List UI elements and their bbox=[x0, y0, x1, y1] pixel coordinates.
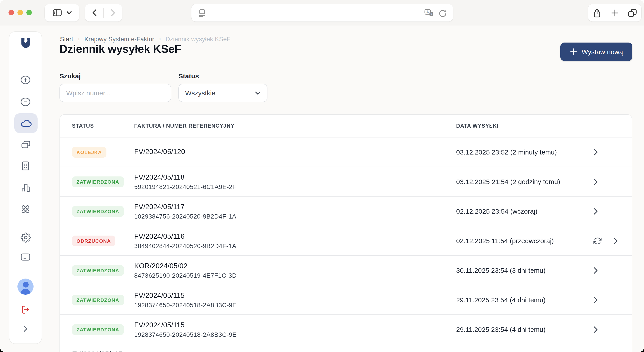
status-select-value: Wszystkie bbox=[185, 89, 215, 97]
translate-button[interactable]: A x bbox=[424, 8, 434, 17]
new-invoice-button[interactable]: Wystaw nową bbox=[560, 43, 632, 61]
tab-overview-button[interactable] bbox=[624, 4, 641, 22]
sidebar-toggle-button[interactable] bbox=[52, 4, 62, 22]
user-avatar[interactable] bbox=[10, 279, 42, 295]
chevron-down-icon bbox=[66, 11, 72, 15]
row-chevron-icon[interactable] bbox=[594, 267, 598, 274]
new-invoice-label: Wystaw nową bbox=[582, 48, 623, 56]
sidebar-item-tools[interactable] bbox=[10, 204, 42, 215]
share-button[interactable] bbox=[588, 4, 606, 22]
search-input[interactable] bbox=[60, 84, 171, 102]
row-chevron-icon[interactable] bbox=[594, 148, 598, 156]
avatar bbox=[18, 279, 34, 295]
logout-icon bbox=[21, 305, 30, 314]
cloud-icon bbox=[20, 118, 32, 128]
send-date: 03.12.2025 23:52 (2 minuty temu) bbox=[456, 148, 594, 156]
table-row[interactable]: ZATWIERDZONA FV/2024/05/117 1029384756-2… bbox=[60, 196, 632, 226]
table-row[interactable]: FV/2024/05/115 bbox=[60, 344, 632, 352]
send-date: 03.12.2025 21:54 (2 godziny temu) bbox=[456, 178, 594, 186]
plus-icon bbox=[570, 48, 577, 56]
reload-button[interactable] bbox=[438, 8, 447, 17]
app-content: Start › Krajowy System e-Faktur › Dzienn… bbox=[0, 26, 644, 352]
row-actions bbox=[594, 148, 632, 156]
back-button[interactable] bbox=[85, 4, 103, 22]
sidebar-item-remove[interactable] bbox=[10, 97, 42, 107]
retry-icon[interactable] bbox=[594, 237, 602, 245]
logo-icon bbox=[20, 37, 32, 49]
sidebar-item-settings[interactable] bbox=[10, 232, 42, 243]
invoice-cell: FV/2024/05/115 bbox=[72, 344, 134, 352]
tab-overview-icon bbox=[628, 8, 637, 18]
reference-number: 1928374650-20240518-2A8B3C-9E bbox=[134, 331, 456, 338]
invoice-cell: FV/2024/05/118 5920194821-20240521-6C1A9… bbox=[134, 173, 456, 191]
table-row[interactable]: ZATWIERDZONA KOR/2024/05/02 8473625190-2… bbox=[60, 255, 632, 285]
send-date: 02.12.2025 11:54 (przedwczoraj) bbox=[456, 237, 594, 245]
minimize-window-button[interactable] bbox=[18, 10, 23, 15]
share-icon bbox=[592, 8, 602, 18]
forward-icon bbox=[110, 9, 116, 17]
table-row[interactable]: KOLEJKA FV/2024/05/120 03.12.2025 23:52 … bbox=[60, 137, 632, 166]
col-status: STATUS bbox=[72, 123, 134, 129]
sidebar-item-billing[interactable] bbox=[10, 253, 42, 262]
send-date: 29.11.2025 23:54 (4 dni temu) bbox=[456, 296, 594, 304]
breadcrumb-start[interactable]: Start bbox=[60, 35, 73, 42]
row-actions bbox=[594, 296, 632, 303]
sidebar-item-add[interactable] bbox=[10, 75, 42, 85]
sidebar-item-documents[interactable] bbox=[10, 140, 42, 149]
new-tab-button[interactable] bbox=[606, 4, 624, 22]
send-date: 29.11.2025 23:54 (4 dni temu) bbox=[456, 325, 594, 333]
reference-number: 8473625190-20240519-4E7F1C-3D bbox=[134, 272, 456, 279]
send-date: 30.11.2025 23:54 (3 dni temu) bbox=[456, 266, 594, 274]
row-chevron-icon[interactable] bbox=[594, 326, 598, 333]
logout-button[interactable] bbox=[10, 305, 42, 314]
row-actions bbox=[594, 178, 632, 185]
traffic-lights bbox=[8, 10, 32, 15]
invoice-cell: FV/2024/05/116 3849402844-20240520-9B2D4… bbox=[134, 232, 456, 250]
sidebar-item-ksef[interactable] bbox=[14, 113, 38, 133]
table-row[interactable]: ZATWIERDZONA FV/2024/05/118 5920194821-2… bbox=[60, 166, 632, 196]
sidebar-menu-button[interactable] bbox=[66, 4, 72, 22]
invoice-cell: FV/2024/05/117 1029384756-20240520-9B2D4… bbox=[134, 202, 456, 220]
sidebar-item-company[interactable] bbox=[10, 161, 42, 171]
building-icon bbox=[20, 161, 30, 171]
row-chevron-icon[interactable] bbox=[614, 237, 618, 244]
table-row[interactable]: ODRZUCONA FV/2024/05/116 3849402844-2024… bbox=[60, 226, 632, 255]
card-icon bbox=[20, 253, 31, 262]
sidebar-item-reports[interactable] bbox=[10, 183, 42, 193]
table-header: STATUS FAKTURA / NUMER REFERENCYJNY DATA… bbox=[60, 115, 632, 137]
sidebar-expand-button[interactable] bbox=[10, 325, 42, 332]
invoice-number: FV/2024/05/116 bbox=[134, 232, 456, 241]
reload-icon bbox=[438, 8, 447, 17]
browser-window: A x bbox=[0, 0, 644, 352]
close-window-button[interactable] bbox=[8, 10, 14, 15]
tools-icon bbox=[20, 204, 31, 215]
app-logo[interactable] bbox=[10, 37, 42, 49]
invoice-cell: FV/2024/05/115 1928374650-20240518-2A8B3… bbox=[134, 291, 456, 309]
minus-circle-icon bbox=[20, 97, 31, 107]
browser-toolbar: A x bbox=[0, 0, 644, 26]
translate-icon: A x bbox=[424, 8, 434, 17]
table-row[interactable]: ZATWIERDZONA FV/2024/05/115 1928374650-2… bbox=[60, 285, 632, 314]
forward-button[interactable] bbox=[104, 4, 122, 22]
status-badge: ZATWIERDZONA bbox=[72, 294, 124, 305]
breadcrumb-ksef[interactable]: Krajowy System e-Faktur bbox=[84, 35, 154, 42]
invoice-cell: FV/2024/05/115 1928374650-20240518-2A8B3… bbox=[134, 320, 456, 338]
row-chevron-icon[interactable] bbox=[594, 178, 598, 185]
zoom-window-button[interactable] bbox=[26, 10, 32, 15]
sidebar-toggle-group bbox=[45, 4, 79, 22]
invoice-cell: FV/2024/05/120 bbox=[134, 147, 456, 157]
status-label: Status bbox=[178, 72, 199, 80]
row-chevron-icon[interactable] bbox=[594, 296, 598, 303]
address-bar[interactable]: A x bbox=[192, 4, 453, 22]
chevron-right-icon bbox=[23, 325, 28, 332]
invoice-number: FV/2024/05/117 bbox=[134, 202, 456, 212]
col-invoice: FAKTURA / NUMER REFERENCYJNY bbox=[134, 123, 456, 129]
invoice-cell: KOR/2024/05/02 8473625190-20240519-4E7F1… bbox=[134, 261, 456, 279]
status-select[interactable]: Wszystkie bbox=[178, 84, 268, 102]
reference-number: 1928374650-20240518-2A8B3C-9E bbox=[134, 302, 456, 309]
col-date: DATA WYSYŁKI bbox=[456, 123, 594, 129]
row-chevron-icon[interactable] bbox=[594, 208, 598, 215]
status-badge: ZATWIERDZONA bbox=[72, 324, 124, 335]
table-row[interactable]: ZATWIERDZONA FV/2024/05/115 1928374650-2… bbox=[60, 314, 632, 344]
reference-number: 1029384756-20240520-9B2D4F-1A bbox=[134, 213, 456, 220]
